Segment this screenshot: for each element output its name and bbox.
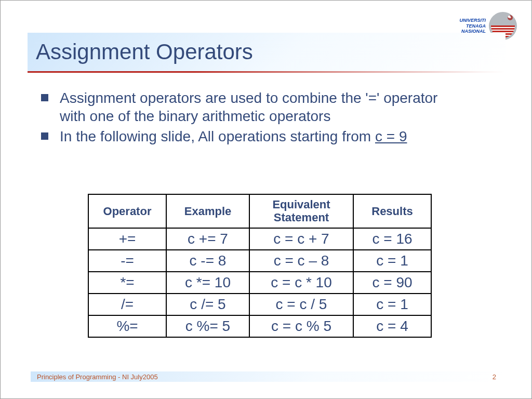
title-underline — [28, 71, 506, 73]
th-example: Example — [166, 194, 249, 228]
footer-bar: Principles of Programming - NI July2005 … — [31, 371, 502, 382]
cell-example: c += 7 — [166, 228, 249, 250]
th-equivalent: Equivalent Statement — [249, 194, 353, 228]
th-results: Results — [353, 194, 431, 228]
cell-result: c = 90 — [353, 272, 431, 294]
bullet-2-underlined: c = 9 — [375, 128, 407, 144]
cell-operator: %= — [88, 315, 166, 337]
cell-result: c = 16 — [353, 228, 431, 250]
cell-operator: /= — [88, 294, 166, 315]
square-bullet-icon — [41, 132, 48, 140]
cell-operator: += — [88, 228, 166, 250]
cell-result: c = 1 — [353, 294, 431, 315]
page-number: 2 — [493, 373, 496, 381]
cell-equiv: c = c * 10 — [249, 272, 353, 294]
operators-table-wrap: Operator Example Equivalent Statement Re… — [88, 194, 432, 338]
slide-title: Assignment Operators — [28, 39, 253, 64]
cell-operator: *= — [88, 272, 166, 294]
logo-glint-icon: ✦ — [508, 15, 513, 20]
cell-operator: -= — [88, 250, 166, 272]
table-row: += c += 7 c = c + 7 c = 16 — [88, 228, 431, 250]
bullet-list: Assignment operators are used to combine… — [41, 89, 457, 148]
table-row: /= c /= 5 c = c / 5 c = 1 — [88, 294, 431, 315]
slide: UNIVERSITI TENAGA NASIONAL ✦ Assignment … — [0, 0, 532, 399]
operators-table: Operator Example Equivalent Statement Re… — [88, 194, 432, 338]
cell-result: c = 1 — [353, 250, 431, 272]
cell-result: c = 4 — [353, 315, 431, 337]
cell-example: c /= 5 — [166, 294, 249, 315]
cell-equiv: c = c % 5 — [249, 315, 353, 337]
logo-line1: UNIVERSITI — [459, 18, 486, 23]
cell-equiv: c = c – 8 — [249, 250, 353, 272]
cell-example: c -= 8 — [166, 250, 249, 272]
bullet-item: Assignment operators are used to combine… — [41, 89, 457, 125]
cell-equiv: c = c / 5 — [249, 294, 353, 315]
cell-example: c *= 10 — [166, 272, 249, 294]
bullet-text-2: In the following slide, All operations s… — [60, 127, 407, 145]
logo-text: UNIVERSITI TENAGA NASIONAL — [459, 18, 486, 34]
title-bar: Assignment Operators — [28, 33, 506, 71]
table-header-row: Operator Example Equivalent Statement Re… — [88, 194, 431, 228]
logo-line2: TENAGA — [459, 23, 486, 29]
square-bullet-icon — [41, 94, 48, 101]
table-row: *= c *= 10 c = c * 10 c = 90 — [88, 272, 431, 294]
bullet-text-1: Assignment operators are used to combine… — [60, 89, 457, 125]
table-row: -= c -= 8 c = c – 8 c = 1 — [88, 250, 431, 272]
footer-text: Principles of Programming - NI July2005 — [37, 373, 158, 381]
bullet-2-pre: In the following slide, All operations s… — [60, 128, 375, 144]
table-row: %= c %= 5 c = c % 5 c = 4 — [88, 315, 431, 337]
th-operator: Operator — [88, 194, 166, 228]
cell-example: c %= 5 — [166, 315, 249, 337]
cell-equiv: c = c + 7 — [249, 228, 353, 250]
bullet-item: In the following slide, All operations s… — [41, 127, 457, 145]
